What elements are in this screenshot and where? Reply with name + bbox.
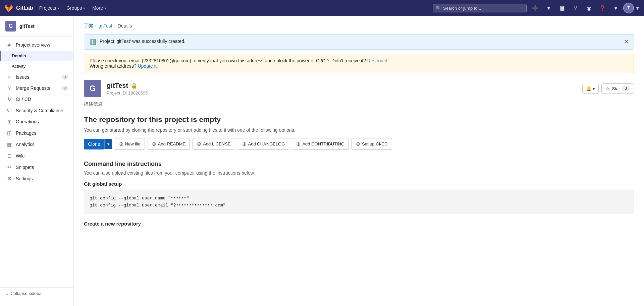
search-placeholder: Search or jump to... bbox=[443, 6, 481, 11]
breadcrumb-sep-1: › bbox=[95, 23, 97, 28]
project-id: Project ID: 18020505 bbox=[107, 90, 148, 96]
new-item-dropdown[interactable]: ▾ bbox=[543, 2, 555, 14]
issues-badge: 0 bbox=[61, 75, 68, 79]
update-link[interactable]: Update it. bbox=[138, 63, 158, 69]
success-alert-close[interactable]: × bbox=[625, 39, 628, 45]
add-license-button[interactable]: ⊕ Add LICENSE bbox=[193, 138, 235, 150]
setup-cicd-button[interactable]: ⊕ Set up CI/CD bbox=[352, 138, 392, 150]
star-icon: ☆ bbox=[606, 86, 610, 91]
project-avatar: G bbox=[84, 80, 101, 97]
security-icon: 🛡 bbox=[6, 108, 12, 113]
breadcrumb-user[interactable]: 丁健 bbox=[84, 23, 93, 29]
clone-dropdown-button[interactable]: ▾ bbox=[104, 139, 112, 149]
clone-main-button[interactable]: Clone bbox=[84, 139, 104, 149]
command-line-desc: You can also upload existing files from … bbox=[84, 170, 634, 176]
clone-button-group: Clone ▾ bbox=[84, 139, 112, 149]
add-readme-button[interactable]: ⊕ Add README bbox=[148, 138, 190, 150]
main-content: 丁健 › gitTest › Details ℹ️ Project 'gitTe… bbox=[74, 16, 644, 306]
add-changelog-plus-icon: ⊕ bbox=[242, 141, 247, 147]
page-layout: G gitTest ◈ Project overview Details Act… bbox=[0, 16, 644, 306]
sidebar-item-operations[interactable]: ⊞ Operations bbox=[0, 116, 73, 127]
cicd-icon: ↻ bbox=[6, 96, 12, 102]
new-item-button[interactable]: ➕ bbox=[529, 2, 541, 14]
add-contributing-button[interactable]: ⊕ Add CONTRIBUTING bbox=[292, 138, 349, 150]
todo-icon[interactable]: 📋 bbox=[556, 2, 568, 14]
sidebar-item-packages[interactable]: ◫ Packages bbox=[0, 127, 73, 139]
sidebar-project-name: gitTest bbox=[19, 23, 35, 29]
user-avatar[interactable]: T bbox=[623, 3, 634, 13]
nav-groups[interactable]: Groups ▾ bbox=[63, 3, 88, 13]
star-button[interactable]: ☆ Star 0 bbox=[601, 83, 634, 94]
top-navbar: GitLab Projects ▾ Groups ▾ More ▾ 🔍 Sear… bbox=[0, 0, 644, 16]
empty-repo-desc: You can get started by cloning the repos… bbox=[84, 127, 634, 133]
operations-icon: ⊞ bbox=[6, 119, 12, 125]
breadcrumb-project[interactable]: gitTest bbox=[99, 23, 112, 28]
issues-icon[interactable]: ◉ bbox=[583, 2, 595, 14]
navbar-actions: ➕ ▾ 📋 ⑂ ◉ ❓ ▾ T ▾ bbox=[529, 2, 640, 14]
issues-sidebar-icon: ○ bbox=[6, 74, 12, 80]
project-title-block: G gitTest 🔒 Project ID: 18020505 bbox=[84, 80, 148, 97]
repo-actions: Clone ▾ ⊕ New file ⊕ Add README ⊕ Add LI… bbox=[84, 138, 634, 150]
notification-button[interactable]: 🔔 ▾ bbox=[582, 84, 599, 94]
sidebar-item-project-overview[interactable]: ◈ Project overview bbox=[0, 39, 73, 51]
project-overview-icon: ◈ bbox=[6, 42, 12, 48]
avatar-chevron-icon[interactable]: ▾ bbox=[635, 2, 640, 14]
nav-projects[interactable]: Projects ▾ bbox=[36, 3, 63, 13]
merge-requests-icon: ⑂ bbox=[6, 85, 12, 91]
breadcrumb: 丁健 › gitTest › Details bbox=[84, 23, 634, 29]
git-setup-title: Git global setup bbox=[84, 181, 634, 187]
notification-chevron-icon: ▾ bbox=[593, 86, 595, 91]
sidebar-item-issues[interactable]: ○ Issues 0 bbox=[0, 71, 73, 82]
info-icon: ℹ️ bbox=[90, 39, 96, 45]
sidebar-item-snippets[interactable]: ✂ Snippets bbox=[0, 162, 73, 173]
add-contributing-plus-icon: ⊕ bbox=[296, 141, 301, 147]
sidebar-project-header: G gitTest bbox=[0, 16, 73, 37]
wiki-icon: ⊟ bbox=[6, 153, 12, 159]
sidebar: G gitTest ◈ Project overview Details Act… bbox=[0, 16, 74, 306]
main-nav: Projects ▾ Groups ▾ More ▾ bbox=[36, 3, 109, 13]
gitlab-brand[interactable]: GitLab bbox=[4, 3, 33, 13]
sidebar-item-activity[interactable]: Activity bbox=[0, 61, 73, 71]
success-alert-text: Project 'gitTest' was successfully creat… bbox=[100, 39, 185, 44]
brand-label: GitLab bbox=[16, 5, 33, 11]
packages-icon: ◫ bbox=[6, 130, 12, 136]
project-lock-icon: 🔒 bbox=[131, 82, 138, 89]
warning-main-text: Please check your email (2332810801@qq.c… bbox=[90, 58, 366, 63]
gitlab-logo-icon bbox=[4, 3, 13, 13]
help-icon[interactable]: ❓ bbox=[596, 2, 608, 14]
sidebar-item-settings[interactable]: ⚙ Settings bbox=[0, 173, 73, 184]
nav-more[interactable]: More ▾ bbox=[89, 3, 109, 13]
success-alert: ℹ️ Project 'gitTest' was successfully cr… bbox=[84, 34, 634, 50]
notification-bell-icon: 🔔 bbox=[586, 86, 591, 91]
add-license-plus-icon: ⊕ bbox=[197, 141, 201, 147]
merge-request-icon[interactable]: ⑂ bbox=[570, 2, 582, 14]
sidebar-item-wiki[interactable]: ⊟ Wiki bbox=[0, 150, 73, 162]
more-chevron-icon: ▾ bbox=[104, 6, 106, 10]
setup-cicd-plus-icon: ⊕ bbox=[356, 141, 360, 147]
new-file-button[interactable]: ⊕ New file bbox=[115, 138, 145, 150]
warning-alert-body: Please check your email (2332810801@qq.c… bbox=[90, 58, 388, 69]
sidebar-item-security[interactable]: 🛡 Security & Compliance bbox=[0, 105, 73, 116]
sidebar-item-cicd[interactable]: ↻ CI / CD bbox=[0, 94, 73, 105]
resend-link[interactable]: Resend it. bbox=[367, 58, 388, 63]
collapse-sidebar-button[interactable]: « Collapse sidebar bbox=[0, 287, 73, 299]
project-actions: 🔔 ▾ ☆ Star 0 bbox=[582, 83, 634, 94]
star-count: 0 bbox=[622, 86, 630, 91]
command-line-title: Command line instructions bbox=[84, 161, 634, 168]
sidebar-item-analytics[interactable]: ▦ Analytics bbox=[0, 139, 73, 150]
help-chevron-icon[interactable]: ▾ bbox=[610, 2, 622, 14]
new-file-plus-icon: ⊕ bbox=[119, 141, 123, 147]
add-changelog-button[interactable]: ⊕ Add CHANGELOG bbox=[238, 138, 289, 150]
empty-repo-title: The repository for this project is empty bbox=[84, 115, 634, 124]
project-description: 描述信息 bbox=[84, 101, 634, 107]
create-repo-title: Create a new repository bbox=[84, 221, 634, 227]
sidebar-item-details[interactable]: Details bbox=[0, 51, 73, 61]
search-bar[interactable]: 🔍 Search or jump to... bbox=[433, 4, 527, 12]
project-header: G gitTest 🔒 Project ID: 18020505 🔔 ▾ ☆ bbox=[84, 80, 634, 97]
warning-alert: Please check your email (2332810801@qq.c… bbox=[84, 54, 634, 73]
search-icon: 🔍 bbox=[436, 6, 441, 11]
sidebar-item-merge-requests[interactable]: ⑂ Merge Requests 0 bbox=[0, 82, 73, 94]
add-readme-plus-icon: ⊕ bbox=[152, 141, 156, 147]
breadcrumb-current: Details bbox=[117, 23, 132, 28]
git-config-name-line: git config --global user.name "••••••" bbox=[90, 195, 628, 202]
